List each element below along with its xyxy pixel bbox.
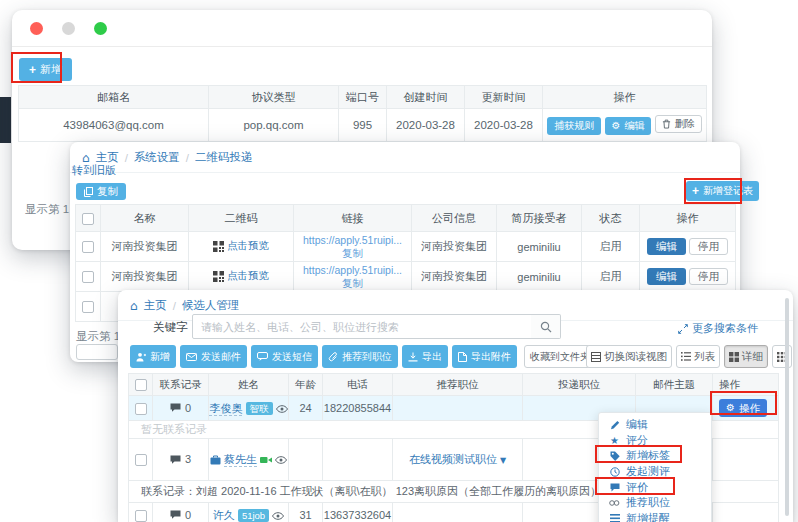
- detail-view-button[interactable]: 详细: [724, 345, 768, 368]
- disable-qrcode-button[interactable]: 停用: [689, 238, 728, 255]
- home-icon: ⌂: [130, 300, 138, 312]
- row-checkbox[interactable]: [82, 241, 94, 253]
- breadcrumb: ⌂ 主页 / 系统设置 / 二维码投递: [70, 142, 740, 173]
- add-registration-form-label: 新增登记表: [703, 186, 753, 196]
- position-link[interactable]: 在线视频测试职位: [409, 453, 497, 465]
- copy-url-link[interactable]: 复制: [342, 247, 363, 259]
- row-checkbox[interactable]: [82, 301, 94, 313]
- col-applied-position: 投递职位: [523, 374, 636, 396]
- capture-rules-button[interactable]: 捕获规则: [547, 117, 601, 135]
- apply-url-link[interactable]: https://apply.51ruipi...: [303, 234, 402, 246]
- qrcode-row: 河南投资集团 点击预览 https://apply.51ruipi... 复制 …: [76, 232, 736, 262]
- minimize-traffic-light[interactable]: [62, 22, 75, 35]
- edit-qrcode-button[interactable]: 编辑: [647, 268, 686, 285]
- add-mailbox-button[interactable]: + 新增: [19, 58, 72, 81]
- eye-icon[interactable]: [272, 512, 284, 520]
- menu-item-comment[interactable]: 评价: [599, 479, 711, 495]
- recommended-position-cell: [393, 396, 523, 421]
- keyword-search-input[interactable]: [192, 314, 532, 339]
- col-actions: 操作: [543, 86, 707, 109]
- row-checkbox[interactable]: [135, 454, 147, 466]
- apply-url-link[interactable]: https://apply.51ruipi...: [303, 264, 402, 276]
- preview-link[interactable]: 点击预览: [227, 269, 269, 283]
- delete-mailbox-button[interactable]: 删除: [655, 115, 702, 133]
- more-search-conditions-link[interactable]: 更多搜索条件: [678, 321, 758, 336]
- reading-view-label: 切换阅读视图: [604, 351, 667, 362]
- mailbox-table-header: 邮箱名 协议类型 端口号 创建时间 更新时间 操作: [19, 86, 707, 109]
- email-cell: 43984063@qq.com: [19, 109, 209, 142]
- candidate-name-link[interactable]: 许久: [213, 509, 235, 522]
- recommended-position-cell: 在线视频测试职位 ▼: [393, 439, 523, 481]
- menu-item-add-reminder[interactable]: 新增提醒: [599, 511, 711, 522]
- plus-icon: +: [692, 185, 699, 197]
- breadcrumb-separator: /: [125, 152, 128, 164]
- row-checkbox[interactable]: [82, 271, 94, 283]
- caret-down-icon[interactable]: ▼: [500, 456, 506, 465]
- select-all-checkbox[interactable]: [82, 213, 94, 225]
- menu-item-start-assessment[interactable]: 发起测评: [599, 464, 711, 480]
- contact-count: 0: [185, 402, 191, 414]
- page-size-select[interactable]: [76, 344, 118, 360]
- breadcrumb-home[interactable]: 主页: [144, 298, 167, 313]
- col-email: 邮箱名: [19, 86, 209, 109]
- chat-bubble-icon: [170, 455, 181, 464]
- name-cell: 河南投资集团: [101, 232, 189, 262]
- row-actions-button[interactable]: ⚙ 操作: [719, 399, 767, 418]
- row-checkbox[interactable]: [135, 403, 147, 415]
- row-checkbox[interactable]: [135, 510, 147, 522]
- breadcrumb-system-settings[interactable]: 系统设置: [134, 150, 180, 165]
- disable-qrcode-button[interactable]: 停用: [689, 268, 728, 285]
- file-icon: [458, 352, 467, 362]
- list-bars-icon: [610, 514, 620, 522]
- toolbar: 新增 发送邮件 发送短信 推荐到职位 导出: [130, 345, 608, 368]
- export-attachments-label: 导出附件: [471, 352, 511, 362]
- export-button[interactable]: 导出: [402, 345, 448, 368]
- edit-mailbox-button[interactable]: ⚙ 编辑: [605, 117, 652, 135]
- trash-icon: [662, 119, 671, 129]
- copy-button[interactable]: 复制: [76, 183, 126, 200]
- row-actions-label: 操作: [739, 403, 760, 414]
- toggle-reading-view-button[interactable]: 切换阅读视图: [586, 345, 672, 368]
- candidate-table-header: 联系记录 姓名 年龄 电话 推荐职位 投递职位 邮件主题 操作: [129, 374, 779, 396]
- preview-link[interactable]: 点击预览: [227, 239, 269, 253]
- candidate-name-link[interactable]: 李俊奥: [209, 402, 242, 416]
- receiver-cell: geminiliu: [497, 262, 582, 292]
- qrcode-row: 河南投资集团 点击预览 https://apply.51ruipi... 复制 …: [76, 262, 736, 292]
- menu-item-score[interactable]: ★ 评分: [599, 433, 711, 449]
- scrollbar[interactable]: [785, 298, 789, 516]
- home-icon: ⌂: [82, 152, 90, 164]
- recommend-to-position-button[interactable]: 推荐到职位: [322, 345, 398, 368]
- col-status: 状态: [582, 205, 640, 232]
- select-all-checkbox[interactable]: [135, 379, 147, 391]
- age-cell: [289, 439, 323, 481]
- video-camera-icon[interactable]: [260, 456, 272, 464]
- send-email-button[interactable]: 发送邮件: [180, 345, 247, 368]
- eye-icon[interactable]: [276, 405, 288, 413]
- compact-grid-view-button[interactable]: [772, 345, 792, 368]
- send-sms-button[interactable]: 发送短信: [251, 345, 318, 368]
- qrcode-icon: [213, 241, 224, 252]
- list-view-button[interactable]: 列表: [676, 345, 720, 368]
- menu-item-add-tag[interactable]: 新增标签: [599, 448, 711, 464]
- add-candidate-button[interactable]: 新增: [130, 345, 176, 368]
- col-resume-receiver: 简历接受者: [497, 205, 582, 232]
- close-traffic-light[interactable]: [30, 22, 43, 35]
- col-created: 创建时间: [387, 86, 465, 109]
- export-attachments-button[interactable]: 导出附件: [452, 345, 517, 368]
- candidate-name-link[interactable]: 蔡先生: [224, 453, 257, 467]
- search-button[interactable]: [531, 314, 561, 339]
- menu-item-edit[interactable]: 编辑: [599, 417, 711, 433]
- created-cell: 2020-03-28: [387, 109, 465, 142]
- actions-cell: 编辑 停用: [640, 262, 736, 292]
- paperclip-icon: [328, 352, 338, 362]
- edit-qrcode-button[interactable]: 编辑: [647, 238, 686, 255]
- row-actions-menu: 编辑 ★ 评分 新增标签 发起测评 评价 推荐职位 新增提醒: [598, 412, 712, 522]
- menu-item-recommend-position[interactable]: 推荐职位: [599, 495, 711, 511]
- col-updated: 更新时间: [465, 86, 543, 109]
- eye-icon[interactable]: [275, 456, 287, 464]
- maximize-traffic-light[interactable]: [94, 22, 107, 35]
- add-registration-form-button[interactable]: + 新增登记表: [686, 181, 759, 201]
- col-recommended-position: 推荐职位: [393, 374, 523, 396]
- copy-url-link[interactable]: 复制: [342, 277, 363, 289]
- legacy-version-link[interactable]: 转到旧版: [72, 163, 116, 178]
